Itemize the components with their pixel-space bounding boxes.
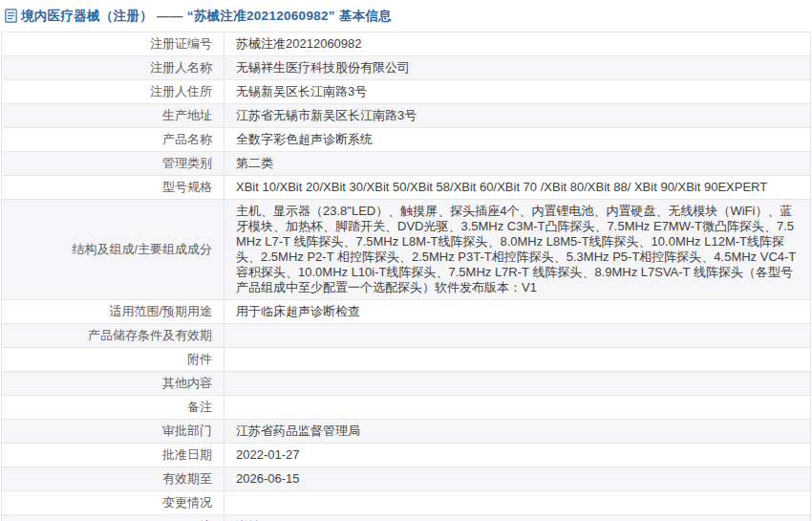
row-value: 全数字彩色超声诊断系统	[224, 128, 811, 152]
table-row: 产品名称 全数字彩色超声诊断系统	[2, 128, 811, 152]
row-value: 第二类	[224, 152, 811, 176]
row-label: 注	[2, 515, 224, 521]
row-value	[224, 324, 811, 348]
row-value	[224, 372, 811, 396]
page-title: 境内医疗器械（注册） —— “苏械注准20212060982” 基本信息	[21, 8, 392, 25]
table-row: 其他内容	[2, 372, 811, 396]
row-value	[224, 348, 811, 372]
info-table: 注册证编号 苏械注准20212060982 注册人名称 无锡祥生医疗科技股份有限…	[1, 32, 811, 521]
row-value: 主机、显示器（23.8"LED）、触摸屏、探头插座4个、内置锂电池、内置硬盘、无…	[224, 200, 811, 300]
row-label: 型号规格	[2, 176, 224, 200]
table-row: 注册人住所 无锡新吴区长江南路3号	[2, 80, 811, 104]
row-value: 无锡祥生医疗科技股份有限公司	[224, 56, 811, 80]
table-row: 型号规格 XBit 10/XBit 20/XBit 30/XBit 50/XBi…	[2, 176, 811, 200]
table-row: 注 详情	[2, 515, 811, 521]
row-label: 生产地址	[2, 104, 224, 128]
row-label: 其他内容	[2, 372, 224, 396]
row-label: 有效期至	[2, 467, 224, 491]
table-row: 注册证编号 苏械注准20212060982	[2, 33, 811, 56]
row-value: 用于临床超声诊断检查	[224, 300, 811, 324]
row-value: 详情	[224, 515, 811, 521]
table-row: 管理类别 第二类	[2, 152, 811, 176]
row-value: 江苏省无锡市新吴区长江南路3号	[224, 104, 811, 128]
row-label: 注册人住所	[2, 80, 224, 104]
row-label: 附件	[2, 348, 224, 372]
row-label: 产品储存条件及有效期	[2, 324, 224, 348]
row-label: 变更情况	[2, 491, 224, 515]
table-row: 有效期至 2026-06-15	[2, 467, 811, 491]
row-label: 注册证编号	[2, 33, 224, 56]
row-label: 产品名称	[2, 128, 224, 152]
row-label: 备注	[2, 396, 224, 420]
table-row: 注册人名称 无锡祥生医疗科技股份有限公司	[2, 56, 811, 80]
table-row: 变更情况	[2, 491, 811, 515]
row-value	[224, 491, 811, 515]
table-row: 产品储存条件及有效期	[2, 324, 811, 348]
row-label: 管理类别	[2, 152, 224, 176]
table-row: 结构及组成/主要组成成分 主机、显示器（23.8"LED）、触摸屏、探头插座4个…	[2, 200, 811, 300]
row-value: XBit 10/XBit 20/XBit 30/XBit 50/XBit 58/…	[224, 176, 811, 200]
row-value: 无锡新吴区长江南路3号	[224, 80, 811, 104]
row-value	[224, 396, 811, 420]
row-value: 苏械注准20212060982	[224, 33, 811, 56]
row-value: 2026-06-15	[224, 467, 811, 491]
page-title-bar: 境内医疗器械（注册） —— “苏械注准20212060982” 基本信息	[0, 0, 812, 25]
table-row: 附件	[2, 348, 811, 372]
table-row: 适用范围/预期用途 用于临床超声诊断检查	[2, 300, 811, 324]
row-value: 江苏省药品监督管理局	[224, 420, 811, 444]
row-label: 注册人名称	[2, 56, 224, 80]
document-icon	[5, 9, 17, 23]
row-label: 批准日期	[2, 444, 224, 467]
row-label: 适用范围/预期用途	[2, 300, 224, 324]
row-value: 2022-01-27	[224, 444, 811, 467]
row-label: 审批部门	[2, 420, 224, 444]
table-row: 审批部门 江苏省药品监督管理局	[2, 420, 811, 444]
table-row: 备注	[2, 396, 811, 420]
table-row: 批准日期 2022-01-27	[2, 444, 811, 467]
table-row: 生产地址 江苏省无锡市新吴区长江南路3号	[2, 104, 811, 128]
row-label: 结构及组成/主要组成成分	[2, 200, 224, 300]
